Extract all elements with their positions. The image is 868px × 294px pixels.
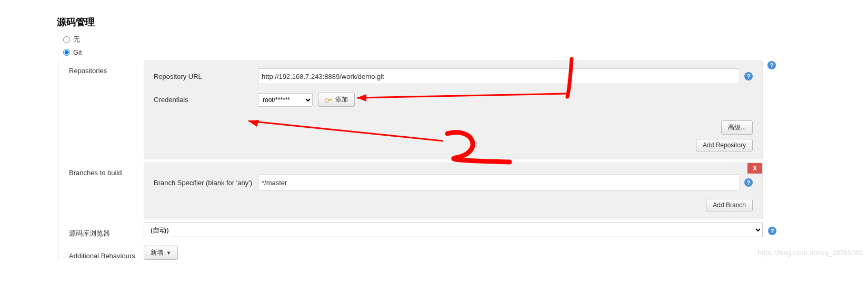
add-credentials-label: 添加 bbox=[335, 95, 348, 104]
key-icon bbox=[325, 97, 332, 103]
behaviours-row: Additional Behaviours 新增 ▼ bbox=[69, 246, 763, 260]
branches-label: Branches to build bbox=[69, 163, 144, 177]
help-icon[interactable]: ? bbox=[767, 61, 776, 69]
credentials-select[interactable]: root/****** bbox=[258, 93, 313, 107]
scm-label-none: 无 bbox=[73, 35, 80, 44]
branch-spec-input[interactable] bbox=[258, 175, 740, 190]
help-icon[interactable]: ? bbox=[744, 178, 753, 187]
behaviours-label: Additional Behaviours bbox=[69, 246, 144, 260]
add-credentials-button[interactable]: 添加 bbox=[318, 93, 355, 107]
scm-option-none[interactable]: 无 bbox=[0, 35, 868, 44]
scm-option-git[interactable]: Git bbox=[0, 48, 868, 56]
repositories-row: Repositories ? Repository URL ? Credenti… bbox=[69, 60, 763, 159]
branches-panel: X Branch Specifier (blank for 'any') ? A… bbox=[144, 163, 763, 219]
repo-url-label: Repository URL bbox=[154, 73, 258, 80]
branch-spec-label: Branch Specifier (blank for 'any') bbox=[154, 179, 258, 187]
scm-label-git: Git bbox=[73, 48, 82, 56]
help-icon[interactable]: ? bbox=[744, 72, 753, 80]
scm-radio-git[interactable] bbox=[63, 49, 70, 56]
add-repository-button[interactable]: Add Repository bbox=[696, 139, 753, 151]
repo-browser-row: 源码库浏览器 (自动) ? bbox=[69, 222, 763, 238]
branches-row: Branches to build X Branch Specifier (bl… bbox=[69, 163, 763, 219]
scm-radio-none[interactable] bbox=[63, 36, 70, 43]
repositories-panel: ? Repository URL ? Credentials root/****… bbox=[144, 60, 763, 159]
repo-browser-label: 源码库浏览器 bbox=[69, 222, 144, 238]
chevron-down-icon: ▼ bbox=[166, 250, 171, 256]
repo-browser-select[interactable]: (自动) bbox=[144, 222, 763, 237]
repo-url-input[interactable] bbox=[258, 68, 740, 84]
delete-branch-button[interactable]: X bbox=[747, 163, 762, 174]
repositories-label: Repositories bbox=[69, 60, 144, 75]
add-behaviour-button[interactable]: 新增 ▼ bbox=[144, 246, 178, 260]
add-branch-button[interactable]: Add Branch bbox=[706, 199, 753, 211]
advanced-button[interactable]: 高级... bbox=[721, 120, 753, 135]
watermark: https://blog.csdn.net/qq_18769269 bbox=[758, 249, 863, 257]
section-title: 源码管理 bbox=[0, 0, 868, 35]
help-icon[interactable]: ? bbox=[768, 227, 776, 235]
credentials-label: Credentials bbox=[154, 96, 258, 104]
